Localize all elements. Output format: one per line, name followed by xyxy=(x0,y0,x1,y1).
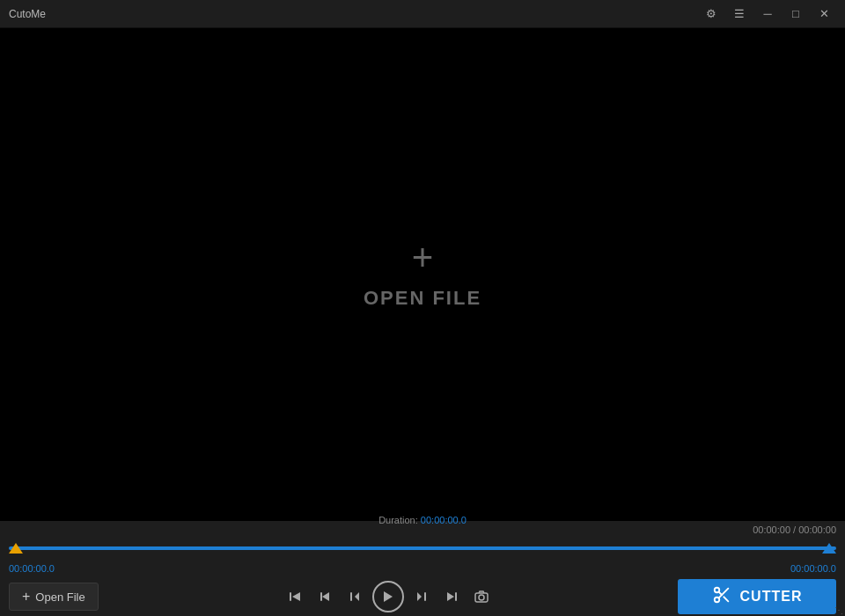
svg-line-16 xyxy=(724,597,728,601)
playback-controls xyxy=(283,581,494,612)
svg-rect-0 xyxy=(290,592,291,601)
svg-marker-9 xyxy=(447,592,454,601)
svg-point-12 xyxy=(479,595,484,600)
frame-forward-button[interactable] xyxy=(439,584,464,609)
scissors-icon xyxy=(712,585,731,609)
open-file-button[interactable]: + Open File xyxy=(9,583,99,611)
svg-marker-7 xyxy=(417,592,422,601)
svg-marker-6 xyxy=(384,591,393,602)
settings-button[interactable]: ⚙ xyxy=(699,2,724,26)
timeline-left-marker[interactable] xyxy=(9,543,23,554)
open-file-label: OPEN FILE xyxy=(364,287,481,310)
timeline-right-marker[interactable] xyxy=(822,543,836,554)
maximize-button[interactable]: □ xyxy=(783,2,808,26)
duration-display: Duration: 00:00:00.0 xyxy=(378,515,467,525)
svg-rect-8 xyxy=(424,592,426,601)
resize-handle[interactable]: ⋱ xyxy=(834,605,843,614)
controls-row: + Open File xyxy=(0,574,845,614)
timeline-area[interactable] xyxy=(9,535,836,561)
app-title: CutoMe xyxy=(9,8,46,20)
go-to-start-button[interactable] xyxy=(283,584,307,609)
add-icon: + xyxy=(412,239,434,276)
duration-label: Duration: xyxy=(378,515,418,525)
step-back-button[interactable] xyxy=(342,584,367,609)
titlebar: CutoMe ⚙ ☰ ─ □ ✕ xyxy=(0,0,845,28)
svg-rect-3 xyxy=(320,592,322,601)
svg-rect-10 xyxy=(455,592,457,601)
cutter-button[interactable]: CUTTER xyxy=(678,579,836,614)
titlebar-controls: ⚙ ☰ ─ □ ✕ xyxy=(699,2,836,26)
close-button[interactable]: ✕ xyxy=(812,2,836,26)
svg-marker-2 xyxy=(322,592,329,601)
cutter-label: CUTTER xyxy=(740,589,803,605)
time-display: 00:00:00 / 00:00:00 xyxy=(753,524,836,535)
minimize-button[interactable]: ─ xyxy=(755,2,780,26)
svg-marker-1 xyxy=(292,592,300,601)
timeline-end-time: 00:00:00.0 xyxy=(790,563,836,574)
step-forward-button[interactable] xyxy=(409,584,434,609)
video-area[interactable]: + OPEN FILE xyxy=(0,28,845,521)
menu-button[interactable]: ☰ xyxy=(727,2,752,26)
timeline-start-time: 00:00:00.0 xyxy=(9,563,55,574)
open-file-button-label: Open File xyxy=(35,590,84,604)
frame-back-button[interactable] xyxy=(312,584,337,609)
svg-marker-4 xyxy=(355,592,359,601)
timeline-timestamps: 00:00:00.0 00:00:00.0 xyxy=(0,561,845,574)
timeline-track xyxy=(9,546,836,550)
play-button[interactable] xyxy=(372,581,404,612)
bottom-panel: 00:00:00 / 00:00:00 00:00:00.0 00:00:00.… xyxy=(0,521,845,616)
svg-line-17 xyxy=(718,591,722,595)
duration-value: 00:00:00.0 xyxy=(421,515,467,525)
svg-rect-5 xyxy=(350,592,352,601)
screenshot-button[interactable] xyxy=(469,584,494,609)
titlebar-left: CutoMe xyxy=(9,8,46,20)
plus-icon: + xyxy=(22,589,30,605)
